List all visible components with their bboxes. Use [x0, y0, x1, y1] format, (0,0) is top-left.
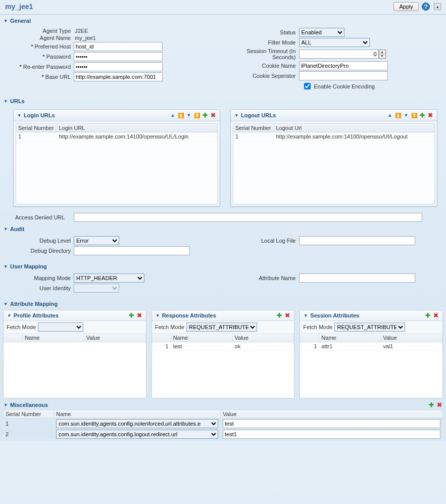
misc-title: Miscellaneous — [10, 402, 48, 408]
table-row[interactable]: 2 com.sun.identity.agents.config.logout.… — [4, 429, 443, 440]
profile-fetchmode-select[interactable] — [38, 323, 83, 332]
table-row[interactable]: 1 test ok — [152, 342, 294, 351]
preferred-host-input[interactable] — [74, 42, 163, 51]
logout-urls-toggle-icon[interactable] — [234, 113, 239, 118]
session-fetchmode-label: Fetch Mode — [303, 324, 332, 330]
delete-icon[interactable] — [210, 112, 217, 119]
move-top-icon[interactable] — [169, 112, 176, 119]
sessiontimeout-input[interactable] — [299, 50, 379, 59]
help-icon[interactable]: ? — [422, 3, 430, 11]
page-header: my_jee1 Apply ? ▴ — [0, 0, 446, 15]
audit-section: Audit Debug Level Error Debug Directory … — [3, 225, 443, 260]
enable-cookie-encoding-checkbox[interactable] — [304, 83, 311, 89]
sessiontimeout-spinner[interactable]: ▲ ▼ — [299, 50, 386, 59]
response-title: Response Attributes — [162, 312, 216, 318]
filtermode-label: Filter Mode — [228, 39, 299, 45]
move-bottom-icon[interactable] — [193, 112, 201, 119]
urls-toggle-icon[interactable] — [3, 99, 9, 104]
table-row[interactable]: 1 http://example.sample.com:14100/openss… — [16, 132, 217, 141]
logout-urls-col-url: Logout Url — [274, 124, 434, 132]
misc-value-input[interactable] — [223, 419, 440, 428]
session-fetchmode-select[interactable]: REQUEST_ATTRIBUTE — [334, 323, 405, 332]
move-up-icon[interactable] — [394, 112, 402, 119]
enable-cookie-encoding-label: Enable Cookie Encoding — [314, 83, 375, 89]
password-label: Password — [3, 54, 74, 60]
profile-toggle-icon[interactable] — [7, 313, 12, 318]
misc-table: Serial Number Name Value 1 com.sun.ident… — [3, 409, 443, 440]
move-top-icon[interactable] — [386, 112, 393, 119]
scroll-up-icon[interactable]: ▴ — [434, 3, 441, 10]
logout-urls-col-sn: Serial Number — [233, 124, 274, 132]
move-up-icon[interactable] — [177, 112, 184, 119]
misc-section: Miscellaneous Serial Number Name Value 1… — [3, 400, 443, 440]
move-down-icon[interactable] — [185, 112, 192, 119]
baseurl-input[interactable] — [74, 72, 163, 81]
logout-row-sn: 1 — [233, 132, 274, 141]
password-input[interactable] — [74, 52, 163, 61]
local-log-label: Local Log File — [228, 238, 299, 244]
user-mapping-section: User Mapping Mapping Mode HTTP_HEADER Us… — [3, 262, 443, 298]
misc-col-sn: Serial Number — [4, 410, 54, 419]
mapping-mode-select[interactable]: HTTP_HEADER — [74, 273, 144, 283]
spinner-down-icon[interactable]: ▼ — [379, 54, 385, 58]
delete-icon[interactable] — [136, 312, 143, 319]
debug-level-label: Debug Level — [3, 238, 74, 244]
delete-icon[interactable] — [427, 112, 434, 119]
general-toggle-icon[interactable] — [3, 18, 9, 24]
local-log-input[interactable] — [299, 236, 415, 245]
cookiename-label: Cookie Name — [228, 63, 299, 69]
filtermode-select[interactable]: ALL — [299, 38, 370, 47]
add-icon[interactable] — [128, 312, 135, 319]
repassword-input[interactable] — [74, 62, 163, 71]
misc-toggle-icon[interactable] — [3, 402, 9, 408]
cookiename-input[interactable] — [299, 61, 388, 70]
table-row[interactable]: 1 attr1 val1 — [300, 342, 442, 351]
audit-title: Audit — [10, 226, 24, 232]
add-icon[interactable] — [276, 312, 283, 319]
session-col-value: Value — [381, 334, 442, 342]
response-row-idx: 1 — [152, 342, 171, 350]
response-fetchmode-select[interactable]: REQUEST_ATTRIBUTE — [186, 323, 257, 332]
attr-name-input[interactable] — [299, 273, 415, 283]
login-urls-panel: Login URLs Serial Number Login URL — [13, 109, 220, 207]
misc-value-input[interactable] — [223, 430, 440, 439]
attrmap-title: Attribute Mapping — [10, 301, 58, 307]
debug-dir-input[interactable] — [74, 246, 190, 255]
delete-icon[interactable] — [436, 401, 443, 408]
status-select[interactable]: Enabled — [299, 28, 344, 37]
urls-title: URLs — [10, 98, 25, 104]
access-denied-input[interactable] — [74, 213, 422, 222]
logout-urls-table: Serial Number Logout Url 1 http://exampl… — [233, 124, 434, 141]
login-urls-title: Login URLs — [24, 112, 55, 118]
spinner-up-icon[interactable]: ▲ — [379, 50, 385, 54]
repassword-label: Re-enter Password — [3, 64, 74, 70]
delete-icon[interactable] — [432, 312, 439, 319]
response-col-value: Value — [233, 334, 294, 342]
cookiesep-input[interactable] — [299, 71, 388, 80]
general-header: General — [3, 17, 443, 25]
attrmap-toggle-icon[interactable] — [3, 301, 9, 307]
audit-toggle-icon[interactable] — [3, 226, 9, 232]
misc-name-select[interactable]: com.sun.identity.agents.config.logout.re… — [56, 430, 218, 439]
move-down-icon[interactable] — [403, 112, 410, 119]
login-urls-toggle-icon[interactable] — [17, 113, 22, 118]
move-bottom-icon[interactable] — [411, 112, 418, 119]
table-row[interactable]: 1 http://example.sample.com:14100/openss… — [233, 132, 434, 141]
add-icon[interactable] — [428, 401, 435, 408]
page-title: my_jee1 — [5, 3, 33, 11]
misc-name-select[interactable]: com.sun.identity.agents.config.notenforc… — [56, 419, 218, 428]
usermap-toggle-icon[interactable] — [3, 264, 9, 269]
apply-button[interactable]: Apply — [393, 2, 419, 11]
response-row-name: test — [171, 342, 233, 350]
delete-icon[interactable] — [284, 312, 291, 319]
add-icon[interactable] — [424, 312, 431, 319]
login-urls-col-url: Login URL — [57, 124, 217, 132]
debug-dir-label: Debug Directory — [3, 248, 74, 254]
session-toggle-icon[interactable] — [303, 313, 309, 318]
response-toggle-icon[interactable] — [155, 313, 161, 318]
table-row[interactable]: 1 com.sun.identity.agents.config.notenfo… — [4, 419, 443, 429]
add-icon[interactable] — [202, 112, 209, 119]
profile-attr-body — [4, 342, 146, 398]
debug-level-select[interactable]: Error — [74, 236, 119, 245]
add-icon[interactable] — [419, 112, 426, 119]
